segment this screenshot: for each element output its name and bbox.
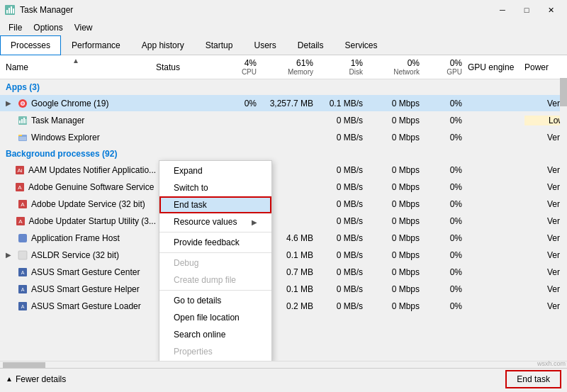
tab-users[interactable]: Users xyxy=(243,35,286,55)
row-gpu: 0% xyxy=(425,250,468,260)
tab-details[interactable]: Details xyxy=(287,35,335,55)
expand-icon: ▶ xyxy=(6,251,14,259)
table-row[interactable]: ▶ Google Chrome (19) 0% 3,257.7 MB 0.1 M… xyxy=(0,95,567,112)
table-row[interactable]: ▶ Ai AAM Updates Notifier Applicatio... … xyxy=(0,162,567,179)
col-header-cpu[interactable]: 4% CPU xyxy=(213,58,262,76)
horizontal-scrollbar[interactable] xyxy=(0,361,567,368)
tab-startup[interactable]: Startup xyxy=(195,35,244,55)
row-disk: 0 MB/s xyxy=(319,284,369,294)
tab-app-history[interactable]: App history xyxy=(131,35,195,55)
menu-file[interactable]: File xyxy=(3,21,28,34)
apps-section-header[interactable]: Apps (3) xyxy=(0,79,567,95)
row-network: 0 Mbps xyxy=(369,284,425,294)
cpu-pct: 4% xyxy=(245,58,257,68)
table-row[interactable]: ▶ A ASUS Smart Gesture Center 0% 0.7 MB … xyxy=(0,264,567,281)
ctx-debug: Debug xyxy=(159,254,271,271)
bg-section-header[interactable]: Background processes (92) xyxy=(0,146,567,162)
row-gpu: 0% xyxy=(425,284,468,294)
ctx-search-online[interactable]: Search online xyxy=(159,326,271,343)
row-memory: 3,257.7 MB xyxy=(262,99,319,108)
col-header-disk[interactable]: 1% Disk xyxy=(319,58,369,76)
row-name-ag: ▶ A Adobe Genuine Software Service ... xyxy=(0,181,156,193)
row-network: 0 Mbps xyxy=(369,165,425,175)
col-header-power[interactable]: Power xyxy=(524,62,567,72)
row-label: Task Manager xyxy=(31,116,84,125)
svg-rect-24 xyxy=(18,234,27,242)
row-network: 0 Mbps xyxy=(369,267,425,277)
row-network: 0 Mbps xyxy=(369,133,425,142)
disk-label: Disk xyxy=(319,68,363,76)
row-gpu: 0% xyxy=(425,267,468,277)
asgh-icon: A xyxy=(17,284,28,295)
row-gpu: 0% xyxy=(425,116,468,125)
aam-icon: Ai xyxy=(14,164,26,176)
svg-rect-15 xyxy=(19,137,26,140)
ctx-go-to-details[interactable]: Go to details xyxy=(159,292,271,309)
col-header-memory[interactable]: 61% Memory xyxy=(262,58,319,76)
ctx-switch-to[interactable]: Switch to xyxy=(159,179,271,196)
col-header-gpu-engine[interactable]: GPU engine xyxy=(468,62,524,72)
table-row[interactable]: ▶ A ASUS Smart Gesture Loader 0% 0.2 MB … xyxy=(0,298,567,315)
table-row[interactable]: ▶ A Adobe Update Service (32 bit) 0 MB/s… xyxy=(0,196,567,213)
ctx-resource-values[interactable]: Resource values ▶ xyxy=(159,213,271,230)
row-disk: 0 MB/s xyxy=(319,250,369,260)
tab-services[interactable]: Services xyxy=(335,35,388,55)
hscrollbar-thumb[interactable] xyxy=(3,362,45,368)
vertical-scrollbar[interactable] xyxy=(560,78,567,354)
row-cpu: 0% xyxy=(213,99,262,108)
svg-rect-12 xyxy=(26,119,26,123)
scrollbar-thumb[interactable] xyxy=(560,78,567,106)
menu-options[interactable]: Options xyxy=(28,21,68,34)
ctx-arrow-icon: ▶ xyxy=(252,218,257,226)
close-button[interactable]: ✕ xyxy=(539,3,563,17)
row-disk: 0.1 MB/s xyxy=(319,99,369,108)
ctx-end-task[interactable]: End task xyxy=(159,196,271,213)
svg-text:A: A xyxy=(21,270,25,275)
row-label: AAM Updates Notifier Applicatio... S... xyxy=(28,165,156,175)
table-row[interactable]: ▶ A Adobe Genuine Software Service ... 0… xyxy=(0,179,567,196)
row-gpu: 0% xyxy=(425,99,468,108)
table-row[interactable]: ▶ ASLDR Service (32 bit) 0% 0.1 MB 0 MB/… xyxy=(0,247,567,264)
col-header-gpu[interactable]: 0% GPU xyxy=(425,58,468,76)
ctx-separator-1 xyxy=(159,232,271,233)
row-network: 0 Mbps xyxy=(369,250,425,260)
tab-performance[interactable]: Performance xyxy=(61,35,131,55)
titlebar: Task Manager ─ □ ✕ xyxy=(0,0,567,20)
row-name-chrome: ▶ Google Chrome (19) xyxy=(0,98,156,109)
ctx-provide-feedback-label: Provide feedback xyxy=(174,237,240,247)
fewer-details-button[interactable]: ▲ Fewer details xyxy=(6,374,66,384)
ctx-provide-feedback[interactable]: Provide feedback xyxy=(159,234,271,251)
ctx-switch-to-label: Switch to xyxy=(174,183,208,193)
maximize-button[interactable]: □ xyxy=(515,3,539,17)
ctx-resource-values-label: Resource values xyxy=(174,217,237,227)
end-task-button[interactable]: End task xyxy=(505,370,561,388)
ctx-open-file-location-label: Open file location xyxy=(174,313,240,323)
svg-rect-10 xyxy=(21,119,23,123)
row-name-afh: ▶ Application Frame Host xyxy=(0,233,156,244)
column-headers: ▲ Name Status 4% CPU 61% Memory 1% Disk … xyxy=(0,55,567,79)
ctx-expand[interactable]: Expand xyxy=(159,162,271,179)
row-network: 0 Mbps xyxy=(369,233,425,243)
col-header-status[interactable]: Status xyxy=(156,62,213,72)
tab-processes[interactable]: Processes xyxy=(0,35,61,55)
row-label: ASUS Smart Gesture Helper xyxy=(31,284,140,294)
sort-arrow-icon: ▲ xyxy=(72,57,79,65)
memory-label: Memory xyxy=(262,68,313,76)
svg-rect-11 xyxy=(23,118,25,123)
row-label: Adobe Updater Startup Utility (3... xyxy=(29,216,156,226)
aus-icon: A xyxy=(15,215,26,227)
table-row[interactable]: ▶ Application Frame Host 0% 4.6 MB 0 MB/… xyxy=(0,230,567,247)
row-network: 0 Mbps xyxy=(369,99,425,108)
row-name-tm: ▶ Task Manager xyxy=(0,115,156,126)
row-network: 0 Mbps xyxy=(369,182,425,192)
col-header-network[interactable]: 0% Network xyxy=(369,58,425,76)
row-label: ASUS Smart Gesture Loader xyxy=(31,301,141,311)
table-row[interactable]: ▶ Windows Explorer 0 MB/s 0 Mbps 0% xyxy=(0,129,567,146)
table-row[interactable]: ▶ A ASUS Smart Gesture Helper 0% 0.1 MB … xyxy=(0,281,567,298)
menu-view[interactable]: View xyxy=(69,21,99,34)
table-row[interactable]: ▶ Task Manager 0 MB/s xyxy=(0,112,567,129)
table-row[interactable]: ▶ A Adobe Updater Startup Utility (3... … xyxy=(0,213,567,230)
ctx-open-file-location[interactable]: Open file location xyxy=(159,309,271,326)
minimize-button[interactable]: ─ xyxy=(490,3,515,17)
titlebar-title: Task Manager xyxy=(20,5,73,15)
